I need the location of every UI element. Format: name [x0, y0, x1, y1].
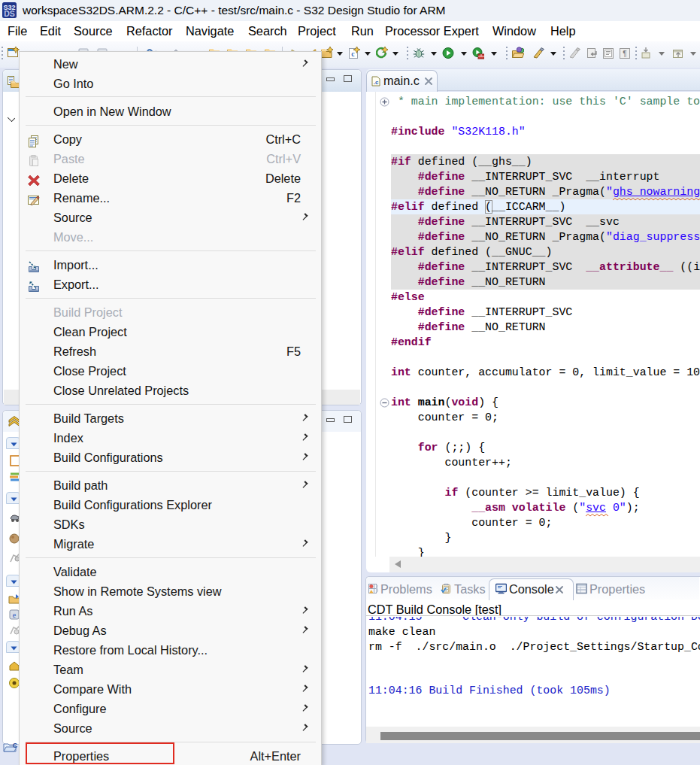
svg-text:e: e: [13, 611, 17, 619]
svg-text:.c: .c: [374, 79, 379, 86]
svg-text:c: c: [351, 50, 355, 58]
svg-text:C: C: [13, 742, 18, 749]
svg-text:¶: ¶: [623, 50, 626, 58]
svg-text:DS: DS: [4, 9, 15, 18]
